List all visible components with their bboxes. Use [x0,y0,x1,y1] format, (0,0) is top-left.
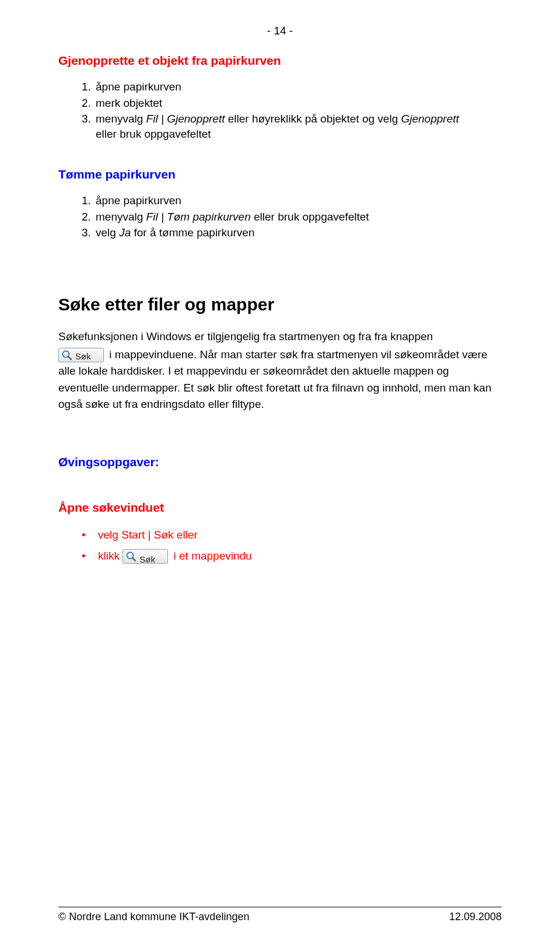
list-number: 1. [82,79,96,95]
list-item: velg Start | Søk eller [82,527,502,543]
list-text: eller høyreklikk på objektet og velg [225,113,401,125]
list-item: klikk Søk i et mappevindu [82,548,502,564]
list-item: 2.merk objektet [82,96,502,111]
heading-ovingsoppgaver: Øvingsoppgaver: [58,454,502,470]
document-page: - 14 - Gjenopprette et objekt fra papirk… [0,0,560,947]
search-button-image: Søk [58,348,104,362]
list-number: 2. [82,96,96,111]
list-number: 3. [82,225,96,240]
paragraph: Søkefunksjonen i Windows er tilgjengelig… [58,329,502,344]
footer-right: 12.09.2008 [449,910,502,924]
page-number: - 14 - [58,23,502,39]
list-number: 3. [82,111,96,127]
svg-line-1 [68,357,71,359]
list-text: menyvalg [96,113,146,125]
menu-path: Fil | Gjenopprett [146,113,225,125]
bullet-list: velg Start | Søk eller klikk Søk i et ma… [58,527,502,564]
list-text: i et mappevindu [174,550,252,562]
list-text: klikk [98,550,123,562]
list-item: 1.åpne papirkurven [82,79,502,95]
paragraph: Søk i mappevinduene. Når man starter søk… [58,347,502,413]
heading-gjenopprette: Gjenopprette et objekt fra papirkurven [58,53,502,69]
search-label: Søk [139,551,155,568]
search-icon [61,350,73,361]
dialog-choice: Ja [119,226,131,239]
list-item: 1.åpne papirkurven [82,193,502,208]
list-text: merk objektet [96,97,162,109]
list-number: 1. [82,193,96,208]
list-item: 3.velg Ja for å tømme papirkurven [82,225,502,240]
svg-line-3 [132,558,135,561]
list-tomme: 1.åpne papirkurven 2.menyvalg Fil | Tøm … [58,193,502,240]
list-text: eller bruk oppgavefeltet [251,211,369,223]
heading-tomme: Tømme papirkurven [58,166,502,183]
paragraph-text: i mappevinduene. Når man starter søk fra… [58,348,491,411]
menu-path: Fil | Tøm papirkurven [146,211,251,223]
list-text: eller bruk oppgavefeltet [96,127,211,142]
footer-left: © Nordre Land kommune IKT-avdelingen [58,910,249,924]
page-footer: © Nordre Land kommune IKT-avdelingen 12.… [58,907,502,924]
list-item: 3.menyvalg Fil | Gjenopprett eller høyre… [82,111,502,141]
list-text: velg [96,226,119,239]
heading-soke: Søke etter filer og mapper [58,293,502,317]
list-number: 2. [82,209,96,225]
search-icon [125,551,137,562]
search-button-image: Søk [123,549,168,564]
list-text: menyvalg [96,211,146,223]
menu-action: Gjenopprett [401,113,459,125]
list-item: 2.menyvalg Fil | Tøm papirkurven eller b… [82,209,502,225]
heading-apne-sokevindu: Åpne søkevinduet [58,499,502,516]
list-text: åpne papirkurven [96,81,181,93]
list-text: for å tømme papirkurven [131,226,254,239]
list-text: velg Start | Søk eller [98,529,198,541]
list-gjenopprette: 1.åpne papirkurven 2.merk objektet 3.men… [58,79,502,142]
search-label: Søk [75,350,91,364]
list-text: åpne papirkurven [96,194,181,207]
